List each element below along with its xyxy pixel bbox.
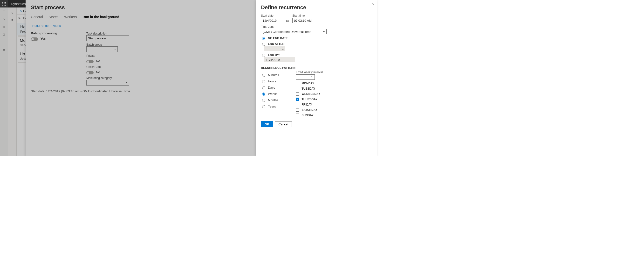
unit-years-radio[interactable] bbox=[262, 105, 265, 108]
start-date-label: Start date bbox=[261, 14, 290, 17]
unit-weeks-radio[interactable] bbox=[262, 92, 265, 96]
unit-minutes-label: Minutes bbox=[268, 73, 279, 77]
unit-hours-radio[interactable] bbox=[262, 80, 265, 83]
no-end-date-label: NO END DATE bbox=[268, 37, 288, 40]
saturday-label: SATURDAY bbox=[302, 108, 318, 112]
interval-label: Fixed weekly interval bbox=[296, 71, 323, 74]
define-recurrence-dialog: ? Define recurrence Start date 📅︎ Start … bbox=[256, 0, 377, 156]
sunday-label: SUNDAY bbox=[302, 113, 314, 117]
sunday-checkbox[interactable] bbox=[296, 113, 299, 117]
timezone-value: (GMT) Coordinated Universal Time bbox=[263, 30, 312, 34]
start-time-input[interactable] bbox=[292, 18, 321, 23]
end-by-value bbox=[264, 57, 295, 62]
monday-checkbox[interactable] bbox=[296, 82, 299, 85]
unit-months-radio[interactable] bbox=[262, 99, 265, 102]
help-icon[interactable]: ? bbox=[372, 2, 374, 7]
modal-scrim bbox=[0, 0, 256, 156]
no-end-date-radio[interactable] bbox=[262, 37, 265, 40]
saturday-checkbox[interactable] bbox=[296, 108, 299, 112]
unit-hours-label: Hours bbox=[268, 79, 276, 83]
ok-button[interactable]: OK bbox=[261, 121, 273, 127]
recurrence-title: Define recurrence bbox=[261, 4, 372, 11]
unit-minutes-radio[interactable] bbox=[262, 74, 265, 77]
unit-days-radio[interactable] bbox=[262, 86, 265, 89]
monday-label: MONDAY bbox=[302, 82, 314, 85]
interval-input[interactable] bbox=[296, 74, 315, 80]
unit-weeks-label: Weeks bbox=[268, 92, 278, 96]
calendar-icon[interactable]: 📅︎ bbox=[286, 19, 289, 23]
pattern-heading: RECURRENCE PATTERN bbox=[261, 66, 372, 70]
timezone-select[interactable]: (GMT) Coordinated Universal Time bbox=[261, 29, 326, 34]
end-after-label: END AFTER: bbox=[268, 42, 285, 46]
friday-checkbox[interactable] bbox=[296, 103, 299, 106]
tuesday-checkbox[interactable] bbox=[296, 87, 299, 90]
tuesday-label: TUESDAY bbox=[302, 87, 315, 90]
wednesday-checkbox[interactable] bbox=[296, 92, 299, 96]
end-by-radio[interactable] bbox=[262, 54, 265, 57]
start-date-input[interactable] bbox=[261, 18, 290, 23]
start-time-label: Start time bbox=[292, 14, 321, 17]
end-after-radio[interactable] bbox=[262, 43, 265, 46]
end-after-value bbox=[264, 46, 285, 51]
thursday-checkbox[interactable] bbox=[296, 98, 299, 101]
unit-years-label: Years bbox=[268, 105, 276, 108]
thursday-label: THURSDAY bbox=[302, 98, 318, 101]
app-root: Dynamics ☰ ⌂ ☆ ◷ ▭ ≣ ▿ ≡ ✎ Edit + 🔍︎ Ho bbox=[0, 0, 377, 156]
timezone-label: Time zone bbox=[261, 25, 372, 29]
end-by-label: END BY: bbox=[268, 53, 280, 57]
unit-months-label: Months bbox=[268, 98, 278, 102]
unit-days-label: Days bbox=[268, 86, 275, 89]
friday-label: FRIDAY bbox=[302, 103, 312, 106]
cancel-button[interactable]: Cancel bbox=[275, 121, 292, 127]
wednesday-label: WEDNESDAY bbox=[302, 92, 320, 96]
